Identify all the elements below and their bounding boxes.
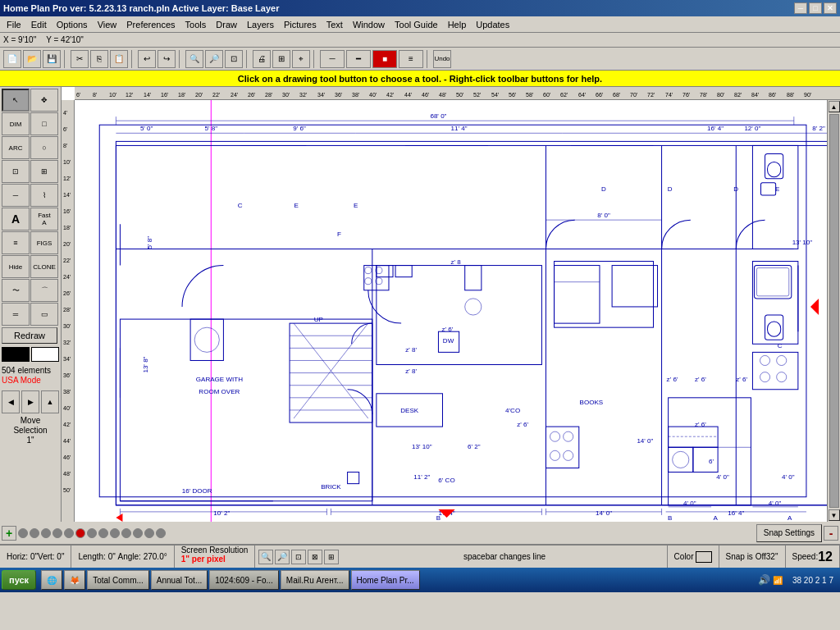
scroll-up-button[interactable]: ▲ <box>829 101 840 112</box>
minimize-button[interactable]: ─ <box>794 2 807 14</box>
line-type-4[interactable]: ≡ <box>399 50 423 68</box>
canvas-area[interactable]: 6' 8' 10' 12' 14' 16' 18' 20' 22' 24' 26… <box>62 87 840 522</box>
window-tool-button[interactable]: ⊞ <box>30 160 58 183</box>
snap-dot-7[interactable] <box>87 528 97 538</box>
drawing-canvas[interactable]: .bp-line { stroke: #0000aa; stroke-width… <box>75 100 827 522</box>
scroll-down-button[interactable]: ▼ <box>829 509 840 521</box>
snap-remove-button[interactable]: - <box>824 526 838 541</box>
taskbar-item-3[interactable]: 1024:609 - Fo... <box>209 570 279 590</box>
snap-dot-4[interactable] <box>52 528 62 538</box>
menu-layers[interactable]: Layers <box>242 18 279 31</box>
zoom-sel-btn[interactable]: ⊠ <box>308 550 322 564</box>
redo-button[interactable]: ↪ <box>158 50 176 68</box>
polyline-tool-button[interactable]: ⌇ <box>30 184 58 207</box>
snap-dot-11[interactable] <box>133 528 143 538</box>
save-button[interactable]: 💾 <box>43 50 61 68</box>
color-indicator[interactable] <box>696 551 712 563</box>
dim-tool-button[interactable]: DIM <box>2 112 30 135</box>
usa-mode-label[interactable]: USA Mode <box>2 376 59 385</box>
menu-text[interactable]: Text <box>322 18 348 31</box>
hatch-tool-button[interactable]: ≡ <box>2 231 30 254</box>
zoom-fit-button[interactable]: ⊡ <box>225 50 243 68</box>
wall-tool-button[interactable]: ⊡ <box>2 160 30 183</box>
curve-tool-button[interactable]: ⌒ <box>30 279 58 302</box>
zoom-out-button[interactable]: 🔎 <box>205 50 223 68</box>
taskbar-item-2[interactable]: Annual Tot... <box>151 570 208 590</box>
snap-dot-12[interactable] <box>144 528 154 538</box>
taskbar-item-4[interactable]: Mail.Ru Агент... <box>281 570 349 590</box>
move-left-button[interactable]: ◀ <box>2 390 20 413</box>
arc-tool-button[interactable]: ARC <box>2 136 30 159</box>
paste-button[interactable]: 📋 <box>110 50 128 68</box>
vertical-scrollbar[interactable]: ▲ ▼ <box>827 100 840 522</box>
grid-button[interactable]: ⊞ <box>272 50 290 68</box>
dbl-line-button[interactable]: ═ <box>2 303 30 326</box>
cut-button[interactable]: ✂ <box>71 50 89 68</box>
snap-dot-3[interactable] <box>41 528 51 538</box>
snap-dot-1[interactable] <box>18 528 28 538</box>
print-button[interactable]: 🖨 <box>253 50 271 68</box>
redraw-button[interactable]: Redraw <box>2 327 57 344</box>
undo-button[interactable]: ↩ <box>138 50 156 68</box>
fast-text-button[interactable]: FastA <box>30 208 58 231</box>
rect2-tool-button[interactable]: ▭ <box>30 303 58 326</box>
menu-preferences[interactable]: Preferences <box>121 18 180 31</box>
snap-dot-10[interactable] <box>121 528 131 538</box>
zoom-out-btn[interactable]: 🔎 <box>275 550 290 564</box>
circle-tool-button[interactable]: ○ <box>30 136 58 159</box>
color-section[interactable]: Color <box>668 546 719 568</box>
snap-dot-8[interactable] <box>98 528 108 538</box>
color-black[interactable] <box>2 347 30 362</box>
menu-edit[interactable]: Edit <box>26 18 52 31</box>
snap-dot-9[interactable] <box>110 528 120 538</box>
wave-tool-button[interactable]: 〜 <box>2 279 30 302</box>
menu-tools[interactable]: Tools <box>180 18 212 31</box>
line-type-2[interactable]: ━ <box>346 50 371 68</box>
line-type-1[interactable]: ─ <box>320 50 345 68</box>
start-button[interactable]: пуск <box>2 570 36 590</box>
select-tool-button[interactable]: ↖ <box>2 89 30 112</box>
menu-view[interactable]: View <box>93 18 122 31</box>
hide-tool-button[interactable]: Hide <box>2 255 30 278</box>
snap-dot-13[interactable] <box>156 528 166 538</box>
taskbar-ie[interactable]: 🌐 <box>41 570 62 590</box>
zoom-fit-btn[interactable]: ⊡ <box>291 550 306 564</box>
move-right-button[interactable]: ▶ <box>21 390 39 413</box>
pan-tool-button[interactable]: ✥ <box>30 89 58 112</box>
menu-help[interactable]: Help <box>443 18 472 31</box>
rect-tool-button[interactable]: □ <box>30 112 58 135</box>
scroll-thumb-v[interactable] <box>829 114 839 508</box>
menu-updates[interactable]: Updates <box>471 18 514 31</box>
menu-file[interactable]: File <box>2 18 26 31</box>
taskbar-item-1[interactable]: Total Comm... <box>87 570 149 590</box>
new-button[interactable]: 📄 <box>3 50 21 68</box>
color-white[interactable] <box>31 347 59 362</box>
menu-window[interactable]: Window <box>348 18 390 31</box>
menu-options[interactable]: Options <box>52 18 93 31</box>
maximize-button[interactable]: □ <box>809 2 822 14</box>
menu-pictures[interactable]: Pictures <box>279 18 322 31</box>
snap-add-button[interactable]: + <box>2 526 16 541</box>
zoom-all-btn[interactable]: ⊞ <box>324 550 339 564</box>
close-button[interactable]: ✕ <box>824 2 837 14</box>
line-tool-button[interactable]: ─ <box>2 184 30 207</box>
text-tool-button[interactable]: A <box>2 208 30 231</box>
copy-button[interactable]: ⎘ <box>90 50 108 68</box>
taskbar-ff[interactable]: 🦊 <box>64 570 85 590</box>
taskbar-item-5[interactable]: Home Plan Pr... <box>351 570 420 590</box>
undo2-button[interactable]: Undo <box>433 50 451 68</box>
move-up-button[interactable]: ▲ <box>41 390 59 413</box>
clone-tool-button[interactable]: CLONE <box>30 255 58 278</box>
figs-tool-button[interactable]: FIGS <box>30 231 58 254</box>
snap-dot-5[interactable] <box>64 528 74 538</box>
zoom-in-btn[interactable]: 🔍 <box>258 550 273 564</box>
snap-dot-6[interactable] <box>75 528 85 538</box>
open-button[interactable]: 📂 <box>23 50 41 68</box>
snap-settings-button[interactable]: Snap Settings <box>756 524 822 542</box>
zoom-in-button[interactable]: 🔍 <box>185 50 203 68</box>
snap-button[interactable]: ⌖ <box>292 50 310 68</box>
line-type-3[interactable]: ■ <box>372 50 397 68</box>
menu-toolguide[interactable]: Tool Guide <box>390 18 443 31</box>
snap-dot-2[interactable] <box>30 528 39 538</box>
menu-draw[interactable]: Draw <box>211 18 242 31</box>
